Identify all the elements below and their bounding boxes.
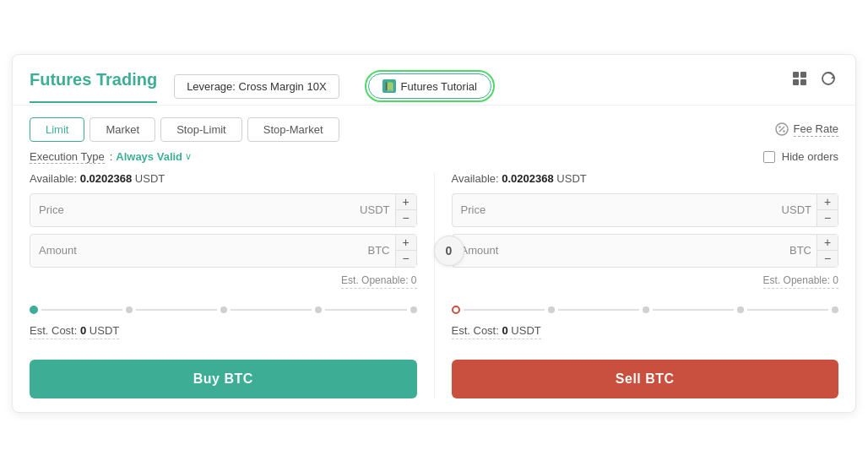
tab-stop-market[interactable]: Stop-Market [247,117,339,142]
svg-rect-3 [800,79,806,85]
sell-amount-stepper: + − [816,235,838,267]
svg-rect-2 [793,79,799,85]
sell-available: Available: 0.0202368 USDT [452,172,839,185]
buy-amount-decrement[interactable]: − [396,251,416,267]
grid-icon-button[interactable] [789,68,810,93]
svg-point-9 [783,130,784,132]
buy-slider-dot-1[interactable] [126,306,133,313]
hide-orders-checkbox[interactable] [763,151,775,163]
buy-price-decrement[interactable]: − [396,210,416,226]
buy-slider-dot-4[interactable] [410,306,417,313]
app-title: Futures Trading [30,70,157,103]
sell-amount-input[interactable] [507,236,784,265]
sell-slider-dot-0[interactable] [452,306,460,314]
sell-slider-dot-2[interactable] [643,306,649,313]
refresh-icon-button[interactable] [818,68,838,93]
buy-amount-unit: BTC [363,244,395,257]
buy-price-stepper: + − [395,194,416,226]
sell-price-stepper: + − [816,194,838,226]
grid-icon [791,70,808,87]
tutorial-label: Futures Tutorial [401,80,477,93]
buy-amount-row: Amount BTC + − [30,234,417,268]
buy-slider-dot-3[interactable] [315,306,322,313]
sell-price-increment[interactable]: + [817,194,838,210]
sell-price-input[interactable] [494,195,776,225]
tutorial-btn-wrapper: 📗 Futures Tutorial [365,70,495,102]
leverage-button[interactable]: Leverage: Cross Margin 10X [174,74,339,99]
fee-rate-area: Fee Rate [775,122,838,137]
tab-stop-limit[interactable]: Stop-Limit [160,117,242,142]
svg-point-8 [778,126,780,127]
hide-orders-label: Hide orders [782,150,838,163]
sell-panel: Available: 0.0202368 USDT Price USDT + −… [443,172,839,398]
sell-price-row: Price USDT + − [452,193,839,227]
buy-price-unit: USDT [355,203,394,216]
hide-orders-area: Hide orders [763,150,838,163]
buy-est-cost: Est. Cost: 0 USDT [30,324,119,339]
chevron-down-icon: ∨ [185,151,192,162]
buy-est-openable: Est. Openable: 0 [341,274,416,289]
buy-amount-label: Amount [30,244,85,257]
execution-type-label: Execution Type [30,150,105,164]
sell-amount-badge: 0 [434,236,464,266]
tab-market[interactable]: Market [90,117,155,142]
buy-btc-button[interactable]: Buy BTC [30,360,417,398]
order-type-tabs: Limit Market Stop-Limit Stop-Market [30,117,339,142]
sell-price-decrement[interactable]: − [817,210,838,226]
buy-slider-dot-2[interactable] [220,306,227,313]
sell-price-unit: USDT [777,203,816,216]
sell-price-label: Price [453,203,495,216]
buy-amount-input[interactable] [85,236,363,265]
sell-slider-dot-3[interactable] [737,306,744,313]
tab-limit[interactable]: Limit [30,117,84,142]
buy-price-input[interactable] [73,195,355,225]
buy-price-label: Price [30,203,73,216]
sell-est-cost: Est. Cost: 0 USDT [452,324,541,339]
book-icon: 📗 [382,79,396,93]
tutorial-button[interactable]: 📗 Futures Tutorial [368,73,491,99]
sell-amount-decrement[interactable]: − [817,251,838,267]
buy-amount-increment[interactable]: + [396,235,416,251]
buy-slider[interactable] [30,306,417,314]
buy-available: Available: 0.0202368 USDT [30,172,417,185]
sell-btc-button[interactable]: Sell BTC [452,360,839,398]
buy-panel: Available: 0.0202368 USDT Price USDT + −… [30,172,426,398]
sell-amount-increment[interactable]: + [817,235,838,251]
sell-est-openable: Est. Openable: 0 [763,274,838,289]
sell-slider-dot-1[interactable] [548,306,555,313]
buy-slider-dot-0[interactable] [30,306,38,314]
sell-slider[interactable] [452,306,839,314]
buy-price-row: Price USDT + − [30,193,417,227]
fee-rate-label[interactable]: Fee Rate [794,122,838,137]
buy-amount-stepper: + − [395,235,416,267]
execution-row: Execution Type : Always Valid ∨ Hide ord… [13,142,855,172]
sell-amount-unit: BTC [784,244,816,257]
fee-rate-icon [775,122,789,136]
sell-amount-row: 0 Amount BTC + − [452,234,839,268]
execution-value[interactable]: Always Valid [116,150,182,163]
svg-rect-0 [793,72,799,78]
svg-rect-1 [800,72,806,78]
refresh-icon [820,70,837,87]
buy-price-increment[interactable]: + [396,194,416,210]
sell-slider-dot-4[interactable] [832,306,838,313]
